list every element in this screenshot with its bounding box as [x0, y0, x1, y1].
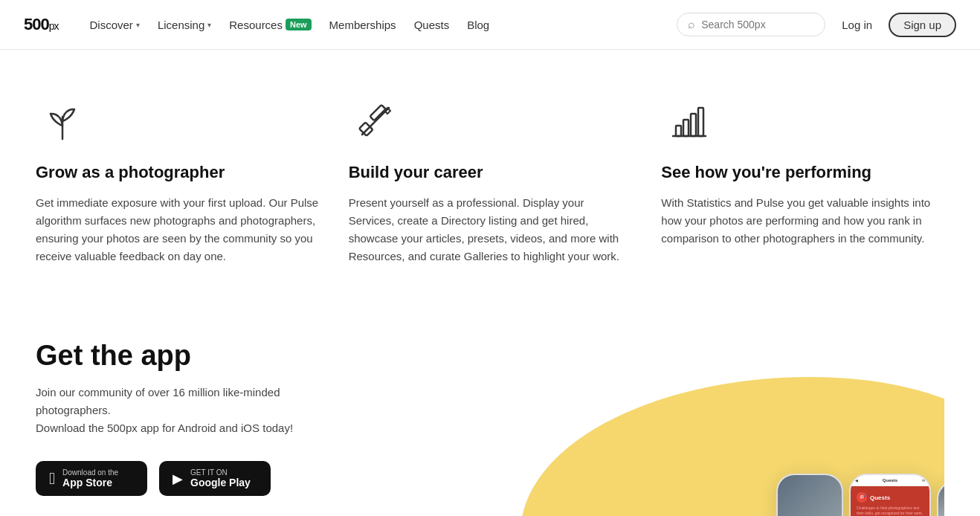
- get-app-title: Get the app: [36, 340, 348, 372]
- feature-grow-title: Grow as a photographer: [36, 163, 319, 182]
- nav-blog[interactable]: Blog: [460, 13, 497, 37]
- svg-rect-1: [359, 123, 373, 136]
- main-content: Grow as a photographer Get immediate exp…: [0, 50, 980, 516]
- feature-performance: See how you're performing With Statistic…: [661, 94, 944, 265]
- google-play-button[interactable]: ▶ GET IT ON Google Play: [159, 461, 271, 496]
- phone-left: What Lies Beneath Sponsored by 500px ⏰ 6…: [776, 474, 843, 516]
- google-play-sub: GET IT ON: [190, 468, 251, 477]
- header-right: ⌕ Log in Sign up: [677, 13, 956, 37]
- google-play-main: Google Play: [190, 477, 251, 488]
- search-box[interactable]: ⌕: [677, 13, 825, 36]
- search-icon: ⌕: [688, 18, 695, 31]
- nav-licensing[interactable]: Licensing ▾: [150, 13, 219, 37]
- nav-memberships[interactable]: Memberships: [322, 13, 404, 37]
- career-icon: [349, 94, 632, 148]
- chevron-down-icon: ▾: [136, 21, 140, 29]
- phone-right: Submissions: [937, 481, 944, 516]
- logo[interactable]: 500px: [24, 15, 59, 34]
- feature-grow: Grow as a photographer Get immediate exp…: [36, 94, 319, 265]
- performance-icon: [661, 94, 944, 148]
- phones-container: What Lies Beneath Sponsored by 500px ⏰ 6…: [776, 451, 944, 516]
- phone-center: ◀ Quests ✉ 🎯 Quests: [849, 474, 931, 516]
- features-section: Grow as a photographer Get immediate exp…: [36, 94, 944, 265]
- get-app-description: Join our community of over 16 million li…: [36, 384, 348, 437]
- svg-rect-9: [691, 114, 696, 136]
- main-nav: Discover ▾ Licensing ▾ Resources New Mem…: [83, 13, 677, 37]
- nav-discover[interactable]: Discover ▾: [83, 13, 147, 37]
- app-store-button[interactable]:  Download on the App Store: [36, 461, 147, 496]
- nav-resources[interactable]: Resources New: [222, 13, 318, 37]
- google-play-icon: ▶: [173, 471, 183, 487]
- header: 500px Discover ▾ Licensing ▾ Resources N…: [0, 0, 980, 50]
- feature-grow-desc: Get immediate exposure with your first u…: [36, 194, 319, 265]
- feature-performance-desc: With Statistics and Pulse you get valuab…: [661, 194, 944, 248]
- get-app-section: Get the app Join our community of over 1…: [36, 325, 944, 516]
- login-button[interactable]: Log in: [834, 14, 880, 36]
- feature-performance-title: See how you're performing: [661, 163, 944, 182]
- signup-button[interactable]: Sign up: [889, 13, 956, 37]
- feature-career: Build your career Present yourself as a …: [349, 94, 632, 265]
- search-input[interactable]: [701, 19, 814, 30]
- feature-career-title: Build your career: [349, 163, 632, 182]
- grow-icon: [36, 94, 319, 148]
- get-app-content: Get the app Join our community of over 1…: [36, 325, 348, 496]
- nav-quests[interactable]: Quests: [407, 13, 457, 37]
- blob-container: What Lies Beneath Sponsored by 500px ⏰ 6…: [483, 340, 944, 516]
- app-store-sub: Download on the: [62, 468, 118, 477]
- app-store-main: App Store: [62, 477, 118, 488]
- chevron-down-icon: ▾: [207, 21, 211, 29]
- apple-icon: : [49, 469, 55, 488]
- new-badge: New: [286, 19, 312, 30]
- app-buttons:  Download on the App Store ▶ GET IT ON …: [36, 461, 348, 496]
- feature-career-desc: Present yourself as a professional. Disp…: [349, 194, 632, 265]
- svg-rect-8: [683, 120, 689, 136]
- svg-rect-7: [676, 126, 681, 136]
- svg-rect-10: [698, 108, 703, 136]
